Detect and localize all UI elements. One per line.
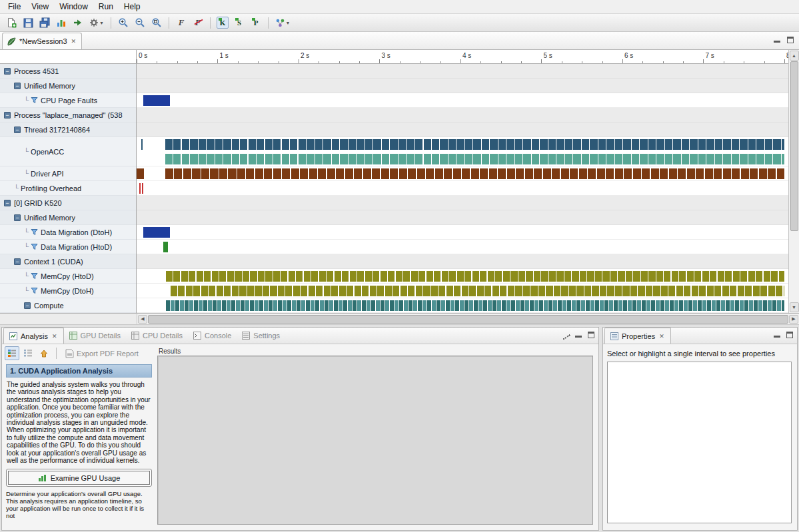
collapse-icon[interactable]: −	[14, 214, 21, 221]
timeline-canvas-row[interactable]	[137, 93, 788, 108]
filter-icon[interactable]	[31, 243, 38, 250]
timeline-canvas-row[interactable]	[137, 64, 788, 79]
scroll-right-icon[interactable]: ▶	[789, 315, 798, 324]
unguided-analysis-icon[interactable]	[21, 346, 35, 360]
zoom-out-icon[interactable]	[132, 15, 148, 30]
timeline-interval[interactable]	[171, 286, 784, 296]
zoom-in-icon[interactable]	[115, 15, 131, 30]
settings-dropdown-icon[interactable]: ▼	[87, 15, 107, 30]
minimize-icon[interactable]	[774, 332, 780, 338]
timeline-canvas-row[interactable]	[137, 254, 788, 269]
timeline-canvas-row[interactable]	[137, 225, 788, 240]
timeline-interval[interactable]	[141, 139, 143, 150]
timeline-interval[interactable]	[166, 271, 784, 282]
timeline-tree-row[interactable]: └MemCpy (DtoH)	[0, 284, 136, 298]
examine-gpu-usage-button[interactable]: Examine GPU Usage	[8, 471, 150, 485]
import-session-icon[interactable]	[70, 15, 86, 30]
timeline-tree-row[interactable]: −Context 1 (CUDA)	[0, 254, 136, 269]
export-pdf-button[interactable]: Export PDF Report	[61, 348, 143, 360]
collapse-icon[interactable]: −	[4, 200, 11, 206]
tab-gpu-details[interactable]: GPU Details	[64, 328, 127, 344]
timeline-canvas-row[interactable]	[137, 240, 788, 254]
up-level-icon[interactable]	[37, 346, 51, 360]
guided-analysis-icon[interactable]	[5, 346, 19, 360]
timeline-interval[interactable]	[165, 154, 784, 164]
timeline-tree-row[interactable]: −Process 4531	[0, 64, 136, 79]
scroll-down-icon[interactable]: ▼	[790, 302, 799, 312]
save-session-icon[interactable]	[20, 15, 36, 30]
scroll-left-icon[interactable]: ◀	[138, 315, 147, 324]
timeline-canvas-row[interactable]	[137, 298, 788, 313]
maximize-icon[interactable]	[588, 332, 594, 338]
timeline-interval[interactable]	[143, 227, 170, 238]
collapse-icon[interactable]: −	[4, 68, 11, 75]
menu-help[interactable]: Help	[119, 1, 146, 13]
timeline-interval[interactable]	[165, 168, 784, 179]
timeline-tree-row[interactable]: −Thread 3172140864	[0, 123, 136, 137]
timeline-tree-row[interactable]: −[0] GRID K520	[0, 196, 136, 210]
close-icon[interactable]: ✕	[71, 38, 77, 45]
tab-properties[interactable]: Properties ✕	[604, 328, 671, 344]
timeline-tree-row[interactable]: └Driver API	[0, 166, 136, 181]
menu-file[interactable]: File	[3, 1, 26, 13]
timeline-canvas-row[interactable]	[137, 269, 788, 284]
collapse-icon[interactable]: −	[24, 302, 31, 309]
timeline-interval[interactable]	[166, 300, 784, 311]
menu-window[interactable]: Window	[54, 1, 93, 13]
filter-icon[interactable]	[31, 272, 38, 280]
filter-icon[interactable]	[31, 97, 38, 104]
timeline-tree-row[interactable]: └CPU Page Faults	[0, 93, 136, 108]
marker-clear-icon[interactable]: F	[190, 15, 206, 30]
process-timeline-toggle[interactable]: P	[248, 15, 264, 30]
tab-settings[interactable]: Settings	[237, 328, 285, 344]
timeline-tree-row[interactable]: −Compute	[0, 298, 136, 313]
tab-session[interactable]: *NewSession3 ✕	[2, 33, 82, 49]
timeline-canvas-row[interactable]	[137, 166, 788, 181]
collapse-icon[interactable]: −	[14, 127, 21, 133]
close-icon[interactable]: ✕	[51, 333, 58, 340]
timeline-tree-row[interactable]: −Unified Memory	[0, 79, 136, 93]
collapse-icon[interactable]: −	[4, 112, 11, 119]
timeline-tree-row[interactable]: └Data Migration (DtoH)	[0, 225, 136, 240]
collapse-icon[interactable]: −	[14, 258, 21, 265]
filter-icon[interactable]	[31, 228, 38, 236]
timeline-canvas-row[interactable]	[137, 196, 788, 210]
filter-icon[interactable]	[31, 287, 38, 294]
marker-forward-icon[interactable]: F	[173, 15, 189, 30]
tab-cpu-details[interactable]: CPU Details	[126, 328, 188, 344]
timeline-tree-row[interactable]: └Profiling Overhead	[0, 181, 136, 196]
tab-analysis[interactable]: Analysis ✕	[3, 328, 64, 344]
timeline-canvas-row[interactable]	[137, 79, 788, 93]
view-menu-icon[interactable]	[560, 330, 570, 340]
timeline-canvas-row[interactable]	[137, 284, 788, 298]
new-session-icon[interactable]	[3, 15, 19, 30]
minimize-icon[interactable]	[774, 37, 780, 43]
timeline-canvas-row[interactable]	[137, 181, 788, 196]
maximize-icon[interactable]	[787, 37, 794, 43]
horizontal-scrollbar[interactable]: ◀ ▶	[137, 314, 799, 324]
zoom-fit-icon[interactable]	[149, 15, 165, 30]
timeline-canvas-row[interactable]	[137, 123, 788, 137]
timeline-interval[interactable]	[163, 242, 168, 252]
tab-console[interactable]: Console	[188, 328, 237, 344]
kernel-timeline-toggle[interactable]: K	[215, 15, 231, 30]
run-analysis-icon[interactable]: ▼	[273, 15, 293, 30]
timeline-tree-row[interactable]: └OpenACC	[0, 137, 136, 166]
timeline-interval[interactable]	[165, 139, 784, 150]
save-all-icon[interactable]	[37, 15, 53, 30]
timeline-interval[interactable]	[137, 168, 144, 179]
menu-run[interactable]: Run	[93, 1, 119, 13]
horizontal-scrollbar-thumb[interactable]	[148, 315, 788, 324]
minimize-icon[interactable]	[575, 332, 582, 338]
maximize-icon[interactable]	[786, 332, 793, 338]
stream-timeline-toggle[interactable]: S	[231, 15, 247, 30]
timeline-canvas-row[interactable]	[137, 210, 788, 225]
vertical-scrollbar-thumb[interactable]	[790, 61, 798, 231]
timeline-ruler[interactable]: 0 s1 s2 s3 s4 s5 s6 s7 s8	[137, 50, 788, 64]
timeline-interval[interactable]	[142, 183, 143, 194]
timeline-tree-row[interactable]: └Data Migration (HtoD)	[0, 240, 136, 254]
vertical-scrollbar[interactable]: ▲ ▼	[788, 50, 799, 313]
menu-view[interactable]: View	[26, 1, 54, 13]
timeline-tree-row[interactable]: −Unified Memory	[0, 210, 136, 225]
collapse-icon[interactable]: −	[14, 83, 21, 89]
